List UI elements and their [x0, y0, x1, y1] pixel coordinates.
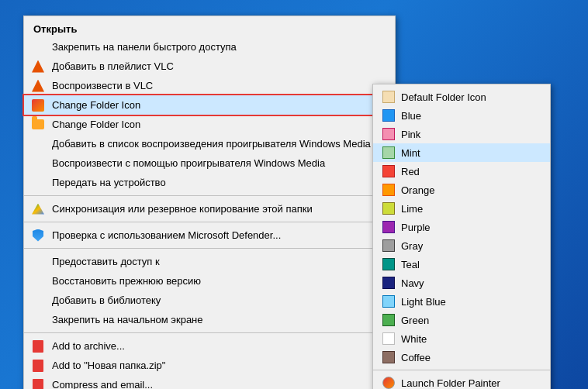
- archive-icon-2: [30, 358, 46, 374]
- color-white[interactable]: White: [373, 329, 550, 348]
- color-submenu: Default Folder Icon Blue Pink Mint Red O…: [372, 84, 551, 389]
- color-default[interactable]: Default Folder Icon: [373, 88, 550, 106]
- swatch-pink: [382, 128, 395, 140]
- separator-2: [24, 222, 395, 222]
- color-orange[interactable]: Orange: [373, 181, 550, 199]
- color-teal[interactable]: Teal: [373, 255, 550, 274]
- menu-item-compress-email[interactable]: Compress and email...: [24, 375, 395, 389]
- painter-icon: [382, 377, 395, 389]
- swatch-blue: [382, 109, 395, 122]
- menu-item-change-folder-icon2[interactable]: Change Folder Icon: [24, 115, 395, 134]
- archive-icon-1: [30, 339, 46, 354]
- color-pink[interactable]: Pink: [373, 125, 550, 143]
- swatch-orange: [382, 184, 395, 196]
- context-menu: Открыть Закрепить на панели быстрого дос…: [23, 15, 396, 389]
- menu-item-pin-start[interactable]: Закрепить на начальном экране: [24, 310, 395, 329]
- swatch-default: [382, 91, 395, 103]
- swatch-light-blue: [382, 295, 395, 308]
- vlc-icon: [30, 59, 46, 74]
- color-lime[interactable]: Lime: [373, 199, 550, 218]
- defender-icon: [30, 228, 46, 243]
- swatch-red: [382, 165, 395, 177]
- swatch-white: [382, 332, 395, 345]
- color-coffee[interactable]: Coffee: [373, 348, 550, 367]
- menu-item-change-folder-icon[interactable]: Change Folder Icon: [24, 95, 395, 115]
- color-purple[interactable]: Purple: [373, 218, 550, 236]
- menu-item-pin-quick[interactable]: Закрепить на панели быстрого доступа: [24, 37, 395, 57]
- menu-item-send-device[interactable]: Передать на устройство: [24, 173, 395, 192]
- menu-item-play-wmp[interactable]: Воспроизвести с помощью проигрывателя Wi…: [24, 153, 395, 173]
- menu-item-defender[interactable]: Проверка с использованием Microsoft Defe…: [24, 225, 395, 245]
- submenu-separator: [373, 370, 550, 370]
- menu-title: Открыть: [24, 19, 395, 37]
- swatch-green: [382, 314, 395, 326]
- color-green[interactable]: Green: [373, 311, 550, 329]
- swatch-navy: [382, 277, 395, 289]
- menu-item-restore[interactable]: Восстановить прежнюю версию: [24, 271, 395, 291]
- menu-item-add-archive[interactable]: Add to archive...: [24, 336, 395, 356]
- menu-item-play-vlc[interactable]: Воспроизвести в VLC: [24, 76, 395, 95]
- vlc-play-icon: [30, 78, 46, 94]
- color-blue[interactable]: Blue: [373, 106, 550, 125]
- menu-item-add-zip[interactable]: Add to "Новая папка.zip": [24, 356, 395, 375]
- menu-item-add-library[interactable]: Добавить в библиотеку: [24, 291, 395, 310]
- color-navy[interactable]: Navy: [373, 274, 550, 292]
- separator-3: [24, 248, 395, 249]
- menu-item-gdrive[interactable]: Синхронизация или резервное копирование …: [24, 199, 395, 219]
- paint-icon: [30, 98, 46, 113]
- swatch-coffee: [382, 351, 395, 363]
- swatch-teal: [382, 258, 395, 270]
- swatch-purple: [382, 221, 395, 233]
- launch-folder-painter[interactable]: Launch Folder Painter: [373, 374, 550, 389]
- swatch-mint: [382, 146, 395, 159]
- gdrive-icon: [30, 201, 46, 217]
- menu-item-vlc-playlist[interactable]: Добавить в плейлист VLC: [24, 57, 395, 76]
- color-mint[interactable]: Mint: [373, 143, 550, 162]
- archive-icon-3: [30, 377, 46, 390]
- swatch-lime: [382, 202, 395, 215]
- separator-4: [24, 332, 395, 333]
- color-gray[interactable]: Gray: [373, 236, 550, 255]
- color-light-blue[interactable]: Light Blue: [373, 292, 550, 311]
- swatch-gray: [382, 239, 395, 252]
- separator-1: [24, 195, 395, 196]
- folder-icon: [30, 117, 46, 133]
- menu-item-provide-access[interactable]: Предоставить доступ к: [24, 252, 395, 271]
- color-red[interactable]: Red: [373, 162, 550, 181]
- menu-item-add-player[interactable]: Добавить в список воспроизведения проигр…: [24, 134, 395, 153]
